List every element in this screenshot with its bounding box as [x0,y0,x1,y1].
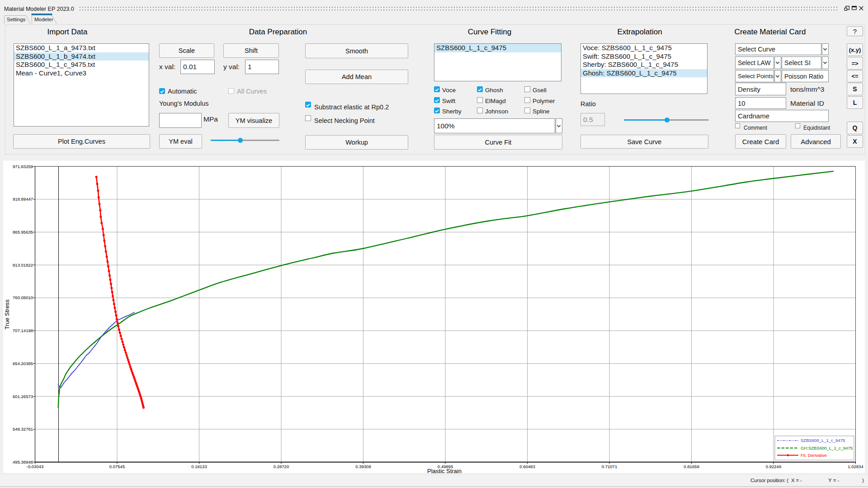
svg-text:865.95635: 865.95635 [13,230,33,235]
svg-text:918.89447: 918.89447 [13,197,33,202]
svg-text:Settings: Settings [7,17,26,22]
svg-text:707.14198: 707.14198 [13,328,33,333]
svg-text:0.28720: 0.28720 [274,464,289,469]
svg-text:548.32761: 548.32761 [13,427,33,432]
svg-text:0.71071: 0.71071 [602,464,617,469]
svg-text:813.01822: 813.01822 [13,263,33,267]
svg-text:-0.03043: -0.03043 [27,464,44,469]
svg-text:SZBS600_L_1_c_9475: SZBS600_L_1_c_9475 [801,438,845,443]
svg-text:0.81658: 0.81658 [684,464,699,469]
svg-text:0.92246: 0.92246 [766,464,781,469]
svg-text:1.02834: 1.02834 [848,464,863,469]
svg-text:GH:SZBS600_L_1_c_9475: GH:SZBS600_L_1_c_9475 [801,446,853,450]
svg-text:971.83259: 971.83259 [13,164,33,169]
svg-text:Fit. Derivative: Fit. Derivative [801,453,827,458]
svg-text:Plastic Strain: Plastic Strain [427,468,462,474]
svg-text:0.39308: 0.39308 [355,464,371,469]
svg-text:654.20385: 654.20385 [13,361,33,366]
svg-text:760.08010: 760.08010 [13,295,33,300]
svg-text:0.18133: 0.18133 [191,464,207,469]
svg-text:0.07545: 0.07545 [109,464,125,469]
svg-text:True Stress: True Stress [4,299,10,329]
svg-text:Modeler: Modeler [34,17,53,22]
svg-text:601.26573: 601.26573 [13,394,33,399]
svg-text:0.60483: 0.60483 [519,464,535,469]
